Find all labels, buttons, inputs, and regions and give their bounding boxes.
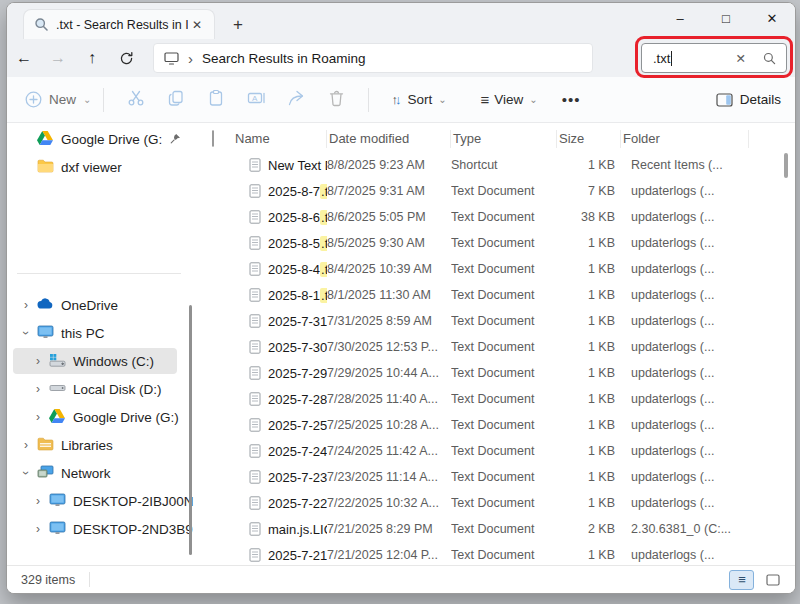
sidebar-item-libraries[interactable]: › Libraries — [7, 431, 195, 459]
chevron-right-icon[interactable]: › — [31, 494, 45, 508]
table-row[interactable]: 2025-7-23.txt 7/23/2025 11:14 A... Text … — [195, 464, 795, 490]
chevron-down-icon[interactable]: › — [19, 326, 33, 340]
view-button[interactable]: ≡ View ⌄ — [471, 91, 548, 108]
paste-button[interactable] — [196, 89, 236, 111]
table-row[interactable]: 2025-8-7.txt 8/7/2025 9:31 AM Text Docum… — [195, 178, 795, 204]
refresh-button[interactable] — [109, 49, 143, 67]
file-name: 2025-7-28 — [268, 392, 327, 407]
table-row[interactable]: 2025-8-6.txt 8/6/2025 5:05 PM Text Docum… — [195, 204, 795, 230]
file-name: 2025-7-24 — [268, 444, 327, 459]
chevron-right-icon[interactable]: › — [31, 522, 45, 536]
sidebar-item-desktop-2nd3b9[interactable]: › DESKTOP-2ND3B9 — [7, 515, 195, 543]
chevron-down-icon: ⌄ — [438, 94, 446, 105]
new-button[interactable]: New ⌄ — [25, 91, 91, 108]
sidebar-item-desktop-2ibj00n[interactable]: › DESKTOP-2IBJ00N — [7, 487, 195, 515]
search-input[interactable]: .txt ✕ — [641, 43, 787, 73]
share-button[interactable] — [276, 89, 316, 111]
explorer-tab[interactable]: .txt - Search Results in I ✕ — [23, 9, 215, 39]
clear-search-icon[interactable]: ✕ — [736, 51, 746, 66]
minimize-button[interactable]: – — [657, 3, 703, 37]
table-row[interactable]: 2025-8-1.txt 8/1/2025 11:30 AM Text Docu… — [195, 282, 795, 308]
sidebar-scrollbar[interactable] — [189, 305, 192, 555]
sidebar-item-google-drive-g[interactable]: › Google Drive (G:) — [7, 403, 195, 431]
breadcrumb-chevron-icon: › — [188, 50, 193, 67]
rename-button[interactable]: A — [236, 89, 276, 111]
table-row[interactable]: 2025-7-31.txt 7/31/2025 8:59 AM Text Doc… — [195, 308, 795, 334]
search-icon[interactable] — [763, 52, 776, 65]
sidebar-item-this-pc[interactable]: › this PC — [7, 319, 195, 347]
document-icon — [249, 158, 261, 172]
column-header-type[interactable]: Type — [451, 130, 557, 148]
folder-icon — [37, 159, 54, 175]
column-header-date[interactable]: Date modified — [327, 130, 451, 148]
column-header-name[interactable]: Name — [233, 130, 327, 148]
chevron-right-icon[interactable]: › — [31, 410, 45, 424]
select-all-checkbox[interactable] — [212, 130, 214, 147]
file-name: 2025-7-30 — [268, 340, 327, 355]
file-name: 2025-8-1 — [268, 288, 320, 303]
table-row[interactable]: New Text Do... 8/8/2025 9:23 AM Shortcut… — [195, 152, 795, 178]
document-icon — [249, 418, 261, 432]
delete-button[interactable] — [316, 89, 356, 111]
chevron-right-icon[interactable]: › — [31, 354, 45, 368]
date-modified: 8/4/2025 10:39 AM — [327, 262, 451, 276]
file-list-scrollbar[interactable] — [784, 153, 788, 178]
document-icon — [249, 340, 261, 354]
address-bar[interactable]: › Search Results in Roaming — [153, 43, 593, 73]
table-row[interactable]: 2025-7-28.txt 7/28/2025 11:40 A... Text … — [195, 386, 795, 412]
column-header-folder[interactable]: Folder — [621, 130, 749, 148]
table-row[interactable]: 2025-7-25.txt 7/25/2025 10:28 A... Text … — [195, 412, 795, 438]
table-row[interactable]: 2025-7-29.txt 7/29/2025 10:44 A... Text … — [195, 360, 795, 386]
new-tab-button[interactable]: + — [233, 16, 243, 33]
large-icons-view-button[interactable] — [760, 570, 785, 590]
sidebar-item-google-drive-pinned[interactable]: Google Drive (G: — [7, 125, 195, 153]
table-row[interactable]: 2025-7-24.txt 7/24/2025 11:42 A... Text … — [195, 438, 795, 464]
sidebar-item-label: Libraries — [61, 438, 113, 453]
chevron-right-icon[interactable]: › — [19, 438, 33, 452]
close-button[interactable]: ✕ — [749, 3, 795, 37]
file-type: Shortcut — [451, 158, 557, 172]
sidebar-item-onedrive[interactable]: › OneDrive — [7, 291, 195, 319]
file-name: 2025-7-29 — [268, 366, 327, 381]
details-view-button[interactable]: ≡ — [729, 570, 754, 590]
up-button[interactable]: ↑ — [75, 49, 109, 67]
file-size: 7 KB — [557, 184, 621, 198]
file-folder: updaterlogs (... — [621, 340, 749, 354]
sort-button[interactable]: ↑↓ Sort ⌄ — [381, 92, 456, 107]
sidebar-item-dxf-viewer[interactable]: dxf viewer — [7, 153, 195, 181]
chevron-right-icon[interactable]: › — [31, 382, 45, 396]
table-row[interactable]: 2025-7-30.txt 7/30/2025 12:53 P... Text … — [195, 334, 795, 360]
cut-button[interactable] — [116, 89, 156, 111]
table-row[interactable]: main.js.LICEN... 7/21/2025 8:29 PM Text … — [195, 516, 795, 542]
file-type: Text Document — [451, 340, 557, 354]
window-controls: – □ ✕ — [657, 3, 795, 37]
table-row[interactable]: 2025-7-21.txt 7/21/2025 12:04 P... Text … — [195, 542, 795, 565]
sidebar-item-local-disk-d[interactable]: › Local Disk (D:) — [7, 375, 195, 403]
document-icon — [249, 496, 261, 510]
file-name: main.js.LICEN... — [268, 522, 327, 537]
column-header-size[interactable]: Size — [557, 130, 621, 148]
status-bar: 329 items ≡ — [7, 565, 795, 593]
table-row[interactable]: 2025-7-22.txt 7/22/2025 10:32 A... Text … — [195, 490, 795, 516]
details-pane-button[interactable]: Details — [716, 92, 781, 107]
drive-icon — [49, 381, 66, 397]
tab-close-icon[interactable]: ✕ — [188, 18, 206, 32]
file-folder: updaterlogs (... — [621, 262, 749, 276]
copy-button[interactable] — [156, 89, 196, 111]
chevron-down-icon[interactable]: › — [19, 466, 33, 480]
table-row[interactable]: 2025-8-5.txt 8/5/2025 9:30 AM Text Docum… — [195, 230, 795, 256]
toolbar-separator — [103, 88, 104, 112]
back-button[interactable]: ← — [7, 49, 41, 67]
chevron-right-icon[interactable]: › — [19, 298, 33, 312]
file-type: Text Document — [451, 418, 557, 432]
forward-button[interactable]: → — [41, 49, 75, 67]
more-options-button[interactable]: ••• — [548, 91, 595, 108]
libraries-icon — [37, 437, 54, 453]
table-row[interactable]: 2025-8-4.txt 8/4/2025 10:39 AM Text Docu… — [195, 256, 795, 282]
sidebar-item-network[interactable]: › Network — [7, 459, 195, 487]
maximize-button[interactable]: □ — [703, 3, 749, 37]
breadcrumb[interactable]: Search Results in Roaming — [202, 51, 366, 66]
status-divider — [89, 572, 90, 587]
file-type: Text Document — [451, 470, 557, 484]
sidebar-item-windows-c[interactable]: › Windows (C:) — [7, 347, 195, 375]
